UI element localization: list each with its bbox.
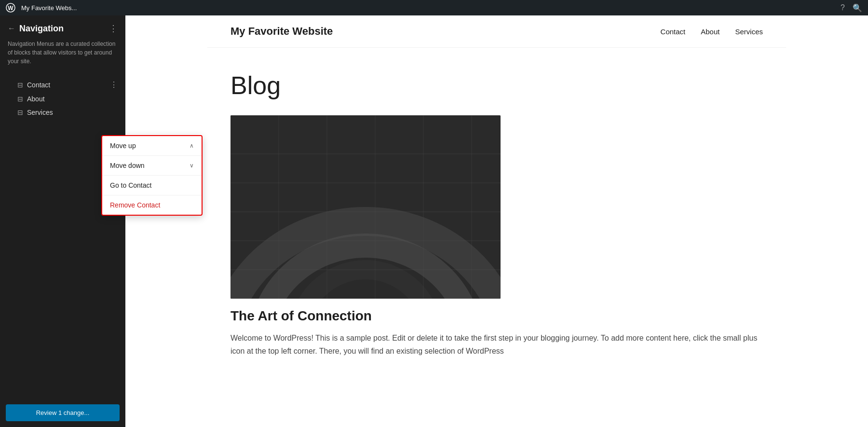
sidebar-footer: Review 1 change... xyxy=(0,399,125,427)
site-title: My Favorite Website xyxy=(231,25,333,38)
sidebar: ← Navigation ⋮ Navigation Menus are a cu… xyxy=(0,15,125,427)
nav-item-label: Services xyxy=(27,109,118,116)
sidebar-back-button[interactable]: ← xyxy=(8,24,15,33)
sidebar-item-services[interactable]: ⊟ Services xyxy=(0,106,125,119)
preview-inner: My Favorite Website Contact About Servic… xyxy=(207,15,786,373)
sidebar-item-about[interactable]: ⊟ About xyxy=(0,92,125,106)
review-changes-button[interactable]: Review 1 change... xyxy=(6,404,120,421)
post-excerpt: Welcome to WordPress! This is a sample p… xyxy=(231,331,763,358)
post-title: The Art of Connection xyxy=(231,308,763,324)
nav-item-label: About xyxy=(27,95,118,103)
nav-link-about[interactable]: About xyxy=(701,28,719,36)
page-icon: ⊟ xyxy=(17,81,23,89)
help-icon[interactable]: ? xyxy=(839,1,847,14)
nav-link-services[interactable]: Services xyxy=(735,28,763,36)
context-menu-move-up[interactable]: Move up ∧ xyxy=(102,136,202,156)
page-icon: ⊟ xyxy=(17,109,23,116)
blog-heading: Blog xyxy=(231,71,763,100)
preview-area: My Favorite Website Contact About Servic… xyxy=(125,15,868,427)
admin-bar: W My Favorite Webs... ? 🔍 xyxy=(0,0,868,15)
sidebar-description: Navigation Menus are a curated collectio… xyxy=(0,38,125,73)
chevron-down-icon: ∨ xyxy=(190,162,194,169)
context-menu-remove-contact-label: Remove Contact xyxy=(110,201,160,209)
main-layout: ← Navigation ⋮ Navigation Menus are a cu… xyxy=(0,15,868,427)
chevron-up-icon: ∧ xyxy=(190,142,194,149)
search-icon[interactable]: 🔍 xyxy=(851,1,864,14)
context-menu-go-to-contact-label: Go to Contact xyxy=(110,181,151,189)
sidebar-options-button[interactable]: ⋮ xyxy=(109,23,118,34)
context-menu-move-up-label: Move up xyxy=(110,142,136,150)
blog-post-image xyxy=(231,115,501,299)
page-icon: ⊟ xyxy=(17,95,23,103)
site-nav: Contact About Services xyxy=(661,28,763,36)
nav-item-options-icon[interactable]: ⋮ xyxy=(110,80,118,89)
context-menu: Move up ∧ Move down ∨ Go to Contact Remo… xyxy=(101,135,203,216)
sidebar-header: ← Navigation ⋮ xyxy=(0,15,125,38)
sidebar-title: Navigation xyxy=(19,24,105,34)
site-header: My Favorite Website Contact About Servic… xyxy=(207,15,786,48)
context-menu-move-down[interactable]: Move down ∨ xyxy=(102,156,202,176)
sidebar-item-contact[interactable]: ⊟ Contact ⋮ xyxy=(0,77,125,92)
sidebar-nav-items: ⊟ Contact ⋮ ⊟ About ⊟ Services xyxy=(0,73,125,399)
context-menu-remove-contact[interactable]: Remove Contact xyxy=(102,195,202,215)
wp-logo-icon[interactable]: W xyxy=(4,1,17,14)
svg-text:W: W xyxy=(8,5,14,12)
nav-link-contact[interactable]: Contact xyxy=(661,28,686,36)
context-menu-go-to-contact[interactable]: Go to Contact xyxy=(102,176,202,195)
blog-section: Blog xyxy=(207,48,786,373)
nav-item-label: Contact xyxy=(27,81,106,89)
admin-site-name: My Favorite Webs... xyxy=(21,4,77,12)
context-menu-move-down-label: Move down xyxy=(110,162,145,169)
